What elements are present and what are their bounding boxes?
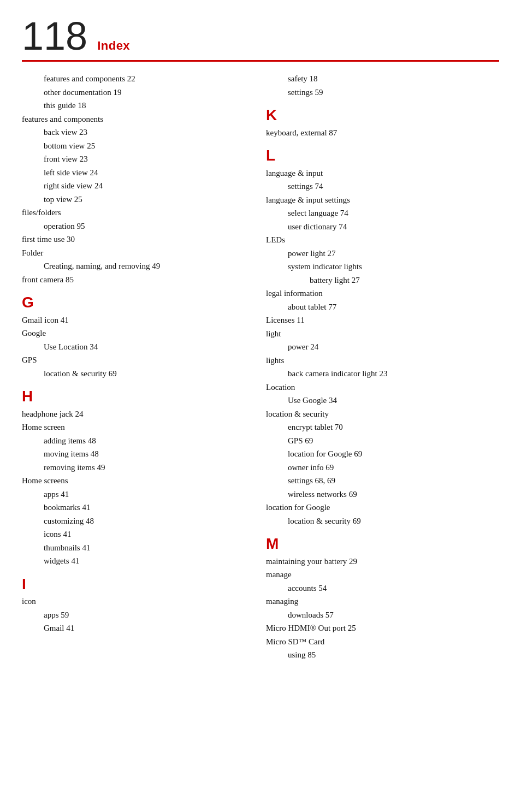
index-entry: Folder bbox=[22, 247, 244, 259]
index-entry: safety 18 bbox=[288, 73, 499, 85]
index-entry: customizing 48 bbox=[44, 515, 244, 527]
index-entry: icons 41 bbox=[44, 528, 244, 541]
index-entry: Micro SD™ Card bbox=[266, 636, 499, 648]
index-entry: front view 23 bbox=[44, 153, 244, 165]
index-entry: about tablet 77 bbox=[288, 301, 499, 313]
index-entry: right side view 24 bbox=[44, 180, 244, 192]
index-entry: language & input bbox=[266, 167, 499, 180]
index-entry: Use Google 34 bbox=[288, 394, 499, 407]
section-letter-l: L bbox=[266, 146, 499, 165]
index-entry: legal information bbox=[266, 287, 499, 300]
index-entry: top view 25 bbox=[44, 193, 244, 206]
section-letter-m: M bbox=[266, 535, 499, 553]
section-letter-h: H bbox=[22, 387, 244, 406]
index-entry: operation 95 bbox=[44, 220, 244, 233]
page-header: 118 Index bbox=[22, 16, 499, 56]
index-entry: Home screens bbox=[22, 475, 244, 487]
index-entry: accounts 54 bbox=[288, 582, 499, 595]
index-entry: Gmail icon 41 bbox=[22, 314, 244, 327]
index-entry: keyboard, external 87 bbox=[266, 127, 499, 139]
index-entry: location & security 69 bbox=[288, 515, 499, 527]
index-entry: bookmarks 41 bbox=[44, 501, 244, 514]
index-entry: location & security bbox=[266, 408, 499, 420]
index-entry: removing items 49 bbox=[44, 461, 244, 474]
index-entry: encrypt tablet 70 bbox=[288, 421, 499, 434]
index-entry: power 24 bbox=[288, 341, 499, 353]
index-entry: settings 59 bbox=[288, 86, 499, 99]
index-entry: Gmail 41 bbox=[44, 622, 244, 635]
header-divider bbox=[22, 60, 499, 62]
index-entry: select language 74 bbox=[288, 207, 499, 220]
index-entry: apps 59 bbox=[44, 609, 244, 621]
index-entry: files/folders bbox=[22, 206, 244, 219]
index-entry: features and components bbox=[22, 113, 244, 126]
index-entry: settings 68, 69 bbox=[288, 475, 499, 487]
index-entry: front camera 85 bbox=[22, 274, 244, 286]
index-entry: widgets 41 bbox=[44, 555, 244, 567]
index-entry: managing bbox=[266, 595, 499, 608]
index-entry: Use Location 34 bbox=[44, 341, 244, 353]
section-letter-g: G bbox=[22, 293, 244, 312]
index-entry: Location bbox=[266, 381, 499, 394]
index-entry: settings 74 bbox=[288, 180, 499, 193]
index-entry: thumbnails 41 bbox=[44, 542, 244, 554]
index-entry: manage bbox=[266, 568, 499, 581]
index-entry: moving items 48 bbox=[44, 448, 244, 460]
index-entry: using 85 bbox=[288, 649, 499, 661]
index-entry: location for Google bbox=[266, 501, 499, 514]
index-entry: language & input settings bbox=[266, 194, 499, 206]
right-column: safety 18settings 59Kkeyboard, external … bbox=[260, 73, 499, 662]
index-entry: GPS bbox=[22, 354, 244, 366]
index-entry: headphone jack 24 bbox=[22, 408, 244, 420]
index-entry: light bbox=[266, 328, 499, 340]
page-number: 118 bbox=[22, 16, 87, 56]
index-entry: battery light 27 bbox=[310, 274, 499, 287]
index-entry: back view 23 bbox=[44, 126, 244, 139]
index-entry: apps 41 bbox=[44, 488, 244, 501]
index-entry: first time use 30 bbox=[22, 233, 244, 246]
page-title: Index bbox=[97, 39, 130, 53]
index-entry: maintaining your battery 29 bbox=[266, 555, 499, 568]
index-entry: left side view 24 bbox=[44, 167, 244, 179]
index-entry: user dictionary 74 bbox=[288, 221, 499, 233]
left-column: features and components 22other document… bbox=[22, 73, 260, 662]
index-entry: GPS 69 bbox=[288, 435, 499, 447]
index-entry: Home screen bbox=[22, 421, 244, 434]
index-entry: adding items 48 bbox=[44, 435, 244, 447]
index-entry: other documentation 19 bbox=[44, 86, 244, 99]
index-entry: owner info 69 bbox=[288, 461, 499, 474]
index-entry: power light 27 bbox=[288, 247, 499, 260]
index-entry: wireless networks 69 bbox=[288, 488, 499, 501]
index-entry: location for Google 69 bbox=[288, 448, 499, 460]
index-entry: location & security 69 bbox=[44, 368, 244, 380]
index-entry: downloads 57 bbox=[288, 609, 499, 621]
index-entry: Creating, naming, and removing 49 bbox=[44, 260, 244, 272]
index-entry: LEDs bbox=[266, 234, 499, 246]
index-entry: system indicator lights bbox=[288, 260, 499, 273]
index-content: features and components 22other document… bbox=[22, 73, 499, 662]
index-entry: Micro HDMI® Out port 25 bbox=[266, 622, 499, 635]
section-letter-k: K bbox=[266, 106, 499, 125]
index-entry: Licenses 11 bbox=[266, 314, 499, 327]
index-entry: bottom view 25 bbox=[44, 140, 244, 152]
index-entry: Google bbox=[22, 327, 244, 340]
index-entry: features and components 22 bbox=[44, 73, 244, 85]
index-entry: lights bbox=[266, 354, 499, 367]
index-entry: icon bbox=[22, 595, 244, 608]
index-entry: back camera indicator light 23 bbox=[288, 368, 499, 380]
index-entry: this guide 18 bbox=[44, 99, 244, 112]
section-letter-i: I bbox=[22, 575, 244, 594]
